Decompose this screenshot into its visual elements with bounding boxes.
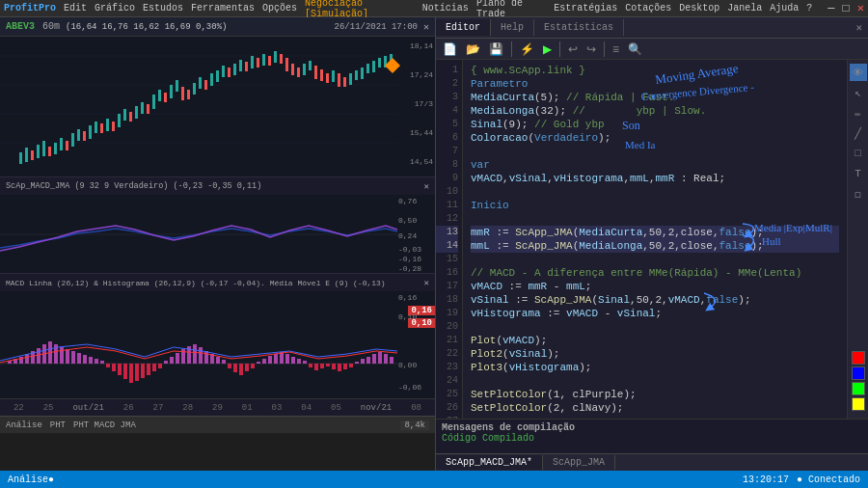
date-axis: 22 25 out/21 26 27 28 29 01 03 04 05 nov… (0, 398, 435, 416)
chart-date: 26/11/2021 17:00 (335, 22, 418, 32)
svg-rect-56 (320, 69, 323, 81)
price-mid1: 17,24 (410, 70, 433, 79)
price-chart[interactable]: 18,14 17,24 17/3 15,44 14,54 (0, 37, 435, 176)
sidebar-cursor-icon[interactable]: ↖ (850, 84, 867, 101)
svg-rect-93 (135, 364, 139, 381)
svg-rect-65 (372, 61, 375, 72)
macd-close[interactable]: ✕ (424, 278, 429, 288)
price-mid2: 17/3 (415, 99, 433, 108)
app-container: ProfitPro Edit Gráfico Estudos Ferrament… (0, 0, 868, 488)
status-analysis: Análise (8, 474, 48, 485)
svg-rect-100 (176, 353, 179, 364)
svg-rect-122 (303, 361, 307, 364)
svg-rect-43 (245, 62, 248, 71)
svg-rect-113 (251, 364, 255, 368)
menu-janela[interactable]: Janela (727, 3, 762, 14)
symbol-title: ABEV3 (6, 21, 35, 32)
svg-rect-5 (25, 148, 28, 162)
menu-desktop[interactable]: Desktop (679, 3, 719, 14)
menu-estrategias[interactable]: Estratégias (554, 3, 617, 14)
sidebar-line-icon[interactable]: ╱ (850, 124, 867, 142)
menu-edit[interactable]: Edit (64, 3, 87, 14)
svg-rect-64 (366, 64, 369, 73)
svg-rect-137 (390, 357, 393, 364)
close-btn[interactable]: ✕ (857, 1, 864, 15)
menu-estudos[interactable]: Estudos (143, 3, 183, 14)
svg-rect-108 (222, 360, 226, 364)
svg-rect-95 (147, 364, 150, 375)
run-btn[interactable]: ▶ (540, 41, 555, 57)
bottom-tab-jma[interactable]: ScApp_JMA (543, 455, 615, 470)
svg-rect-84 (83, 355, 87, 364)
ohlc-values: (16,64 16,76 16,62 16,69 0,30%) (66, 22, 227, 32)
tab-editor[interactable]: Editor (436, 19, 491, 36)
svg-rect-45 (257, 58, 259, 68)
svg-rect-132 (361, 359, 365, 364)
svg-rect-36 (204, 80, 207, 90)
search-btn[interactable]: 🔍 (625, 41, 645, 57)
svg-rect-83 (77, 353, 81, 364)
svg-rect-107 (216, 357, 220, 364)
svg-rect-128 (338, 364, 341, 371)
minimize-btn[interactable]: ─ (827, 2, 834, 15)
tab-help[interactable]: Help (491, 19, 534, 36)
chart-close-btn[interactable]: ✕ (423, 21, 429, 33)
svg-rect-63 (361, 68, 364, 79)
bottom-tab-macd[interactable]: ScApp_MACD_JMA* (436, 455, 543, 470)
editor-close-icon[interactable]: ✕ (850, 19, 868, 36)
tab-statistics[interactable]: Estatísticas (534, 19, 624, 36)
maximize-btn[interactable]: □ (843, 2, 850, 15)
menu-question[interactable]: ? (806, 3, 812, 14)
svg-rect-118 (280, 352, 284, 364)
menu-grafico[interactable]: Gráfico (95, 3, 135, 14)
svg-rect-27 (152, 95, 155, 109)
swatch-blue[interactable] (852, 366, 865, 380)
svg-rect-28 (158, 90, 161, 101)
menu-profitpro[interactable]: ProfitPro (4, 3, 56, 14)
sidebar-eye-icon[interactable]: 👁 (850, 64, 867, 81)
svg-rect-104 (199, 347, 203, 364)
macd-scale-neg: -0,06 (398, 383, 421, 392)
sidebar-pencil-icon[interactable]: ✏ (850, 104, 867, 122)
swatch-green[interactable] (852, 382, 865, 395)
undo-btn[interactable]: ↩ (565, 41, 581, 57)
sidebar-eraser-icon[interactable]: ◻ (850, 185, 867, 203)
save-btn[interactable]: 💾 (486, 41, 506, 57)
status-connection: ● Conectado (797, 474, 860, 485)
svg-rect-31 (176, 80, 178, 92)
menu-negociacao[interactable]: Negociação [Simulação] (305, 0, 415, 19)
svg-rect-49 (280, 54, 283, 64)
sidebar-rect-icon[interactable]: □ (850, 145, 867, 162)
swatch-red[interactable] (852, 351, 865, 365)
editor-toolbar: 📄 📂 💾 ⚡ ▶ ↩ ↪ ≡ 🔍 (436, 39, 868, 60)
status-time: 13:20:17 (743, 474, 789, 485)
sidebar-text-icon[interactable]: T (850, 165, 867, 182)
date-05: 05 (331, 403, 341, 413)
svg-rect-53 (303, 64, 306, 75)
format-btn[interactable]: ≡ (610, 41, 622, 57)
menu-cotacoes[interactable]: Cotações (625, 3, 671, 14)
compile-btn[interactable]: ⚡ (517, 41, 537, 57)
code-editor[interactable]: { www.ScApp.link } Parametro MediaCurta(… (463, 60, 847, 419)
svg-rect-35 (199, 77, 202, 89)
menu-opcoes[interactable]: Opções (262, 3, 297, 14)
svg-rect-74 (25, 354, 29, 364)
menu-noticias[interactable]: Notícias (422, 3, 469, 14)
macd-svg (0, 291, 397, 398)
svg-rect-32 (181, 87, 184, 100)
svg-rect-97 (158, 364, 162, 368)
menu-ferramentas[interactable]: Ferramentas (191, 3, 255, 14)
svg-rect-114 (257, 362, 260, 364)
menu-ajuda[interactable]: Ajuda (770, 3, 799, 14)
new-btn[interactable]: 📄 (440, 41, 460, 57)
swatch-yellow[interactable] (852, 397, 865, 411)
svg-rect-81 (66, 349, 69, 364)
menu-plano[interactable]: Plano de Trade (476, 0, 546, 19)
macd-jma-chart[interactable]: ScAp_MACD_JMA (9 32 9 Verdadeiro) (-0,23… (0, 176, 435, 273)
redo-btn[interactable]: ↪ (583, 41, 599, 57)
macd-chart[interactable]: MACD Linha (26,12) & Histograma (26,12,9… (0, 273, 435, 398)
open-btn[interactable]: 📂 (463, 41, 483, 57)
svg-rect-54 (309, 61, 312, 70)
svg-rect-123 (309, 364, 312, 367)
macd-jma-close[interactable]: ✕ (424, 181, 429, 192)
